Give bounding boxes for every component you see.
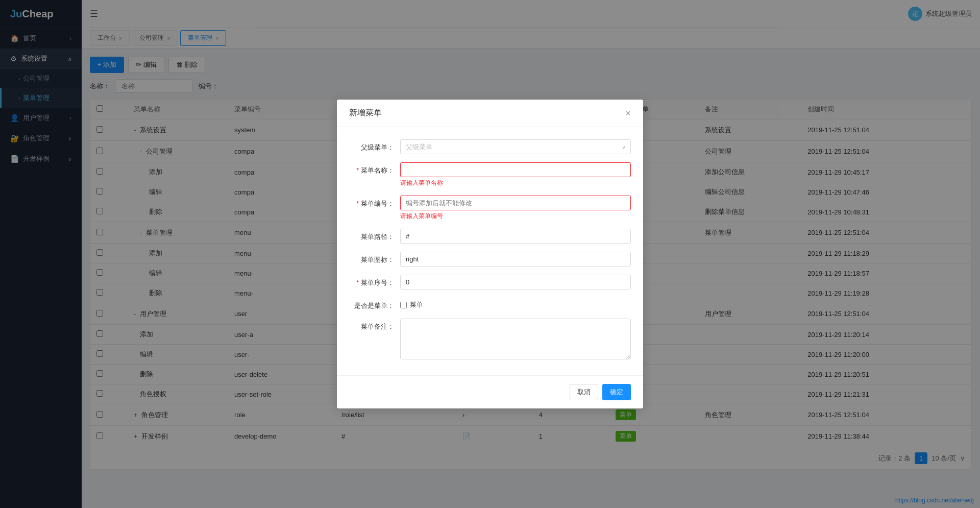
form-row-path: 菜单路径： bbox=[349, 229, 631, 244]
parent-menu-select-wrap: 父级菜单 bbox=[400, 139, 631, 154]
modal-header: 新增菜单 × bbox=[337, 100, 643, 127]
add-menu-modal: 新增菜单 × 父级菜单： 父级菜单 菜单名称： 请输入菜单名称 bbox=[337, 100, 643, 408]
modal-title: 新增菜单 bbox=[349, 108, 382, 118]
menu-order-label: 菜单序号： bbox=[349, 275, 400, 287]
menu-order-wrap bbox=[400, 275, 631, 289]
menu-code-wrap: 请输入菜单编号 bbox=[400, 196, 631, 221]
menu-path-wrap bbox=[400, 229, 631, 244]
form-row-remark: 菜单备注： bbox=[349, 319, 631, 361]
menu-name-wrap: 请输入菜单名称 bbox=[400, 162, 631, 187]
menu-name-error: 请输入菜单名称 bbox=[400, 179, 631, 187]
parent-menu-select[interactable]: 父级菜单 bbox=[400, 139, 631, 154]
form-row-order: 菜单序号： bbox=[349, 275, 631, 289]
is-menu-label: 是否是菜单： bbox=[349, 298, 400, 310]
menu-code-error: 请输入菜单编号 bbox=[400, 212, 631, 221]
menu-name-label: 菜单名称： bbox=[349, 162, 400, 175]
parent-menu-label: 父级菜单： bbox=[349, 139, 400, 152]
form-row-is-menu: 是否是菜单： 菜单 bbox=[349, 298, 631, 310]
form-row-parent: 父级菜单： 父级菜单 bbox=[349, 139, 631, 154]
is-menu-checkbox-label: 菜单 bbox=[410, 300, 423, 309]
menu-code-input[interactable] bbox=[400, 196, 631, 210]
menu-path-label: 菜单路径： bbox=[349, 229, 400, 241]
menu-name-input[interactable] bbox=[400, 162, 631, 177]
menu-order-input[interactable] bbox=[400, 275, 631, 289]
modal-footer: 取消 确定 bbox=[337, 375, 643, 408]
confirm-button[interactable]: 确定 bbox=[602, 384, 631, 400]
menu-icon-input[interactable] bbox=[400, 252, 631, 267]
modal-overlay[interactable]: 新增菜单 × 父级菜单： 父级菜单 菜单名称： 请输入菜单名称 bbox=[0, 0, 980, 508]
form-row-name: 菜单名称： 请输入菜单名称 bbox=[349, 162, 631, 187]
menu-icon-wrap bbox=[400, 252, 631, 267]
is-menu-checkbox-row: 菜单 bbox=[400, 298, 631, 309]
modal-body: 父级菜单： 父级菜单 菜单名称： 请输入菜单名称 菜单编号： bbox=[337, 127, 643, 375]
menu-remark-wrap bbox=[400, 319, 631, 361]
menu-path-input[interactable] bbox=[400, 229, 631, 244]
menu-remark-textarea[interactable] bbox=[400, 319, 631, 359]
menu-remark-label: 菜单备注： bbox=[349, 319, 400, 331]
form-row-code: 菜单编号： 请输入菜单编号 bbox=[349, 196, 631, 221]
menu-icon-label: 菜单图标： bbox=[349, 252, 400, 264]
is-menu-wrap: 菜单 bbox=[400, 298, 631, 309]
modal-close-button[interactable]: × bbox=[625, 109, 631, 118]
form-row-icon: 菜单图标： bbox=[349, 252, 631, 267]
is-menu-checkbox[interactable] bbox=[400, 302, 407, 308]
menu-code-label: 菜单编号： bbox=[349, 196, 400, 208]
cancel-button[interactable]: 取消 bbox=[570, 384, 598, 400]
